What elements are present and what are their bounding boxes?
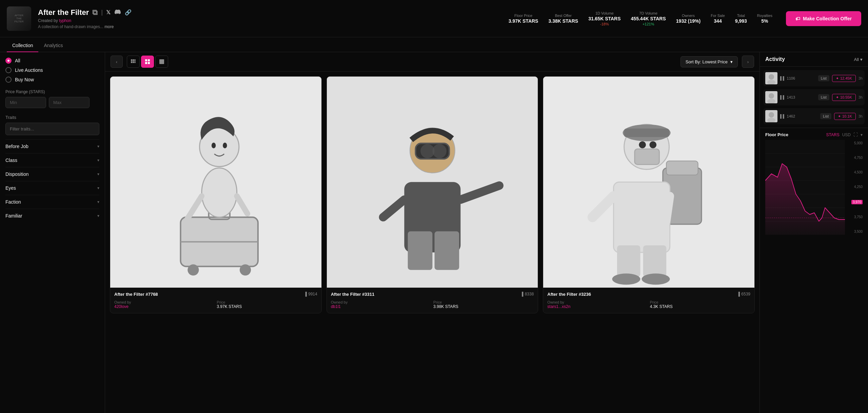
traits-section: Traits Before Job ▾ Class ▾ Disposition … — [5, 115, 99, 223]
chart-y-labels: 5,000 4,750 4,500 4,250 3,970 3,750 3,50… — [846, 140, 863, 235]
svg-point-47 — [612, 273, 640, 285]
trait-class[interactable]: Class ▾ — [5, 153, 99, 167]
stars-currency-button[interactable]: STARS — [826, 132, 840, 137]
discord-icon[interactable] — [115, 9, 121, 16]
stat-1d-volume: 1D Volume 31.65K STARS -18% — [588, 11, 620, 26]
filter-buy-now[interactable]: Buy Now — [5, 77, 99, 83]
svg-point-48 — [642, 273, 670, 285]
activity-item-1462[interactable]: ▌▌ 1462 List ✦ 10.1K 3h — [763, 108, 865, 124]
price-range-section: Price Range (STARS) — [5, 89, 99, 108]
stat-best-offer: Best Offer 3.38K STARS — [548, 14, 578, 24]
activity-panel: Activity All ▾ ▌▌ 1106 List ✦ 12.45K — [760, 52, 868, 413]
filter-radio-group: All Live Auctions Buy Now — [5, 58, 99, 83]
collection-info: After the Filter ⧉ | 𝕏 🔗 Created by typh… — [38, 8, 132, 29]
creator-link[interactable]: typhon — [59, 18, 71, 23]
floor-chart-header: Floor Price STARS USD ⛶ ▾ — [765, 132, 863, 137]
trait-faction[interactable]: Faction ▾ — [5, 195, 99, 209]
chevron-faction-icon: ▾ — [97, 200, 99, 204]
nft-3311-owner: Owned by db1l1 — [331, 300, 431, 309]
nft-3236-owner: Owned by stars1...xs2n — [547, 300, 648, 309]
nft-7768-title: After the Filter #7768 — [114, 292, 158, 297]
radio-all-indicator — [5, 58, 12, 64]
nft-3311-rarity: ▐ 8338 — [520, 292, 534, 296]
more-link[interactable]: more — [104, 24, 114, 29]
activity-1462-time: 3h — [859, 114, 863, 118]
filter-all[interactable]: All — [5, 58, 99, 64]
chevron-disposition-icon: ▾ — [97, 172, 99, 177]
svg-point-22 — [223, 143, 227, 148]
svg-line-44 — [667, 196, 670, 221]
sort-dropdown[interactable]: Sort By: Lowest Price ▾ — [680, 56, 738, 67]
svg-point-42 — [650, 141, 657, 148]
activity-1462-badge: List — [820, 113, 831, 119]
chevron-class-icon: ▾ — [97, 158, 99, 163]
nft-7768-price: Price 3.97K STARS — [217, 300, 317, 309]
bar-chart-icon: ▌▌ — [780, 76, 786, 80]
svg-point-14 — [188, 264, 199, 275]
make-collection-offer-button[interactable]: 🏷 Make Collection Offer — [786, 11, 861, 26]
price-min-input[interactable] — [5, 97, 46, 108]
svg-point-17 — [202, 168, 237, 217]
activity-item-1413[interactable]: ▌▌ 1413 List ✦ 10.55K 3h — [763, 89, 865, 105]
prev-page-button[interactable]: ‹ — [111, 56, 123, 68]
svg-rect-4 — [133, 61, 135, 63]
nft-3236-rarity: ▐ 6539 — [737, 292, 750, 296]
view-large-grid-button[interactable] — [155, 56, 168, 68]
svg-rect-36 — [614, 182, 670, 252]
price-max-input[interactable] — [49, 97, 90, 108]
main-layout: All Live Auctions Buy Now Price Range (S… — [0, 52, 868, 413]
svg-point-56 — [769, 112, 774, 118]
floor-chart-container: 5,000 4,750 4,500 4,250 3,970 3,750 3,50… — [765, 140, 863, 235]
activity-all-button[interactable]: All ▾ — [854, 57, 863, 62]
svg-rect-10 — [159, 59, 164, 64]
filter-live-auctions[interactable]: Live Auctions — [5, 67, 99, 73]
svg-rect-5 — [135, 61, 136, 63]
nft-card-3236[interactable]: After the Filter #3236 ▐ 6539 Owned by s… — [543, 76, 755, 313]
price-range-label: Price Range (STARS) — [5, 89, 99, 94]
chevron-before-job-icon: ▾ — [97, 144, 99, 149]
twitter-icon[interactable]: 𝕏 — [106, 9, 111, 16]
collection-title-row: After the Filter ⧉ | 𝕏 🔗 — [38, 8, 132, 17]
collection-logo: AFTERTHEFILTER — [7, 6, 31, 31]
usd-currency-button[interactable]: USD — [842, 132, 851, 137]
svg-point-50 — [769, 74, 774, 80]
stats-bar: Floor Price 3.97K STARS Best Offer 3.38K… — [509, 11, 772, 26]
tab-analytics[interactable]: Analytics — [38, 39, 68, 52]
currency-toggle: STARS USD ⛶ ▾ — [826, 132, 863, 137]
nft-7768-owner: Owned by 420love — [114, 300, 215, 309]
nft-grid: After the Filter #7768 ▐ 9914 Owned by 4… — [105, 71, 760, 318]
trait-disposition[interactable]: Disposition ▾ — [5, 167, 99, 181]
traits-filter-input[interactable] — [5, 123, 99, 135]
activity-item-1106[interactable]: ▌▌ 1106 List ✦ 12.45K 3h — [763, 70, 865, 86]
view-small-grid-button[interactable] — [127, 56, 140, 68]
trait-familiar[interactable]: Familiar ▾ — [5, 209, 99, 223]
nft-7768-info: After the Filter #7768 ▐ 9914 Owned by 4… — [110, 288, 321, 313]
next-page-button[interactable]: › — [742, 56, 754, 68]
floor-chart-section: Floor Price STARS USD ⛶ ▾ — [760, 128, 868, 239]
copy-icon[interactable]: ⧉ — [92, 8, 98, 17]
trait-before-job[interactable]: Before Job ▾ — [5, 139, 99, 153]
price-inputs — [5, 97, 99, 108]
activity-1106-price: ✦ 12.45K — [832, 75, 856, 82]
stat-7d-volume: 7D Volume 455.44K STARS +121% — [631, 11, 666, 26]
nft-3236-title: After the Filter #3236 — [547, 292, 591, 297]
svg-rect-46 — [643, 245, 666, 277]
trait-eyes[interactable]: Eyes ▾ — [5, 181, 99, 195]
activity-1413-price: ✦ 10.55K — [832, 94, 856, 101]
content-toolbar: ‹ Sort By: Lowest Price ▾ › — [105, 52, 760, 71]
svg-rect-7 — [148, 59, 150, 61]
bar-chart-icon-3: ▌▌ — [780, 114, 786, 118]
stat-owners: Owners 1932 (19%) — [676, 14, 701, 24]
nft-7768-rarity: ▐ 9914 — [304, 292, 317, 296]
svg-rect-39 — [624, 129, 669, 137]
nft-image-3236 — [543, 77, 754, 288]
tab-collection[interactable]: Collection — [7, 39, 38, 52]
nft-card-7768[interactable]: After the Filter #7768 ▐ 9914 Owned by 4… — [110, 76, 322, 313]
view-medium-grid-button[interactable] — [141, 56, 154, 68]
link-icon[interactable]: 🔗 — [125, 9, 132, 16]
nft-card-3311[interactable]: After the Filter #3311 ▐ 8338 Owned by d… — [327, 76, 538, 313]
chevron-familiar-icon: ▾ — [97, 213, 99, 218]
created-by: Created by typhon — [38, 18, 132, 23]
expand-chart-icon[interactable]: ⛶ — [853, 132, 858, 137]
chevron-chart-icon[interactable]: ▾ — [861, 132, 863, 137]
